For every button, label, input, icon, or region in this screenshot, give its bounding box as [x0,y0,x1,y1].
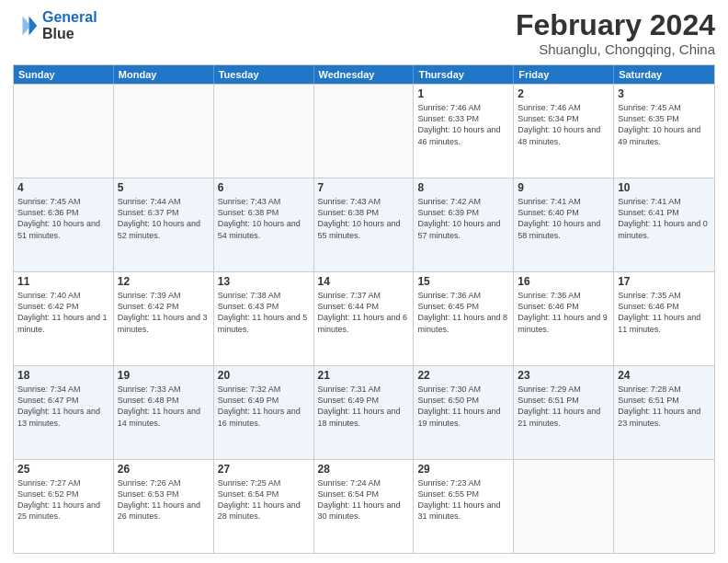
title-block: February 2024 Shuanglu, Chongqing, China [516,9,715,57]
calendar-cell-2-5: 8Sunrise: 7:42 AM Sunset: 6:39 PM Daylig… [414,178,514,271]
cell-sun-info: Sunrise: 7:24 AM Sunset: 6:54 PM Dayligh… [318,477,410,523]
day-number: 10 [618,181,711,194]
header-cell-thursday: Thursday [414,65,514,84]
calendar-week-5: 25Sunrise: 7:27 AM Sunset: 6:52 PM Dayli… [14,459,714,553]
calendar-cell-1-4 [314,85,415,178]
day-number: 23 [518,369,609,382]
calendar-cell-2-3: 6Sunrise: 7:43 AM Sunset: 6:38 PM Daylig… [214,178,314,271]
cell-sun-info: Sunrise: 7:45 AM Sunset: 6:36 PM Dayligh… [17,196,109,241]
day-number: 21 [318,369,410,382]
day-number: 7 [318,181,410,194]
cell-sun-info: Sunrise: 7:27 AM Sunset: 6:52 PM Dayligh… [17,477,109,523]
day-number: 15 [417,275,509,288]
day-number: 26 [118,463,210,476]
calendar-cell-3-7: 17Sunrise: 7:35 AM Sunset: 6:46 PM Dayli… [614,272,714,365]
cell-sun-info: Sunrise: 7:31 AM Sunset: 6:49 PM Dayligh… [318,384,410,429]
logo-line2: Blue [42,26,97,42]
cell-sun-info: Sunrise: 7:43 AM Sunset: 6:38 PM Dayligh… [218,196,310,241]
calendar-cell-4-5: 22Sunrise: 7:30 AM Sunset: 6:50 PM Dayli… [414,366,514,459]
calendar-week-4: 18Sunrise: 7:34 AM Sunset: 6:47 PM Dayli… [14,365,714,459]
calendar-week-3: 11Sunrise: 7:40 AM Sunset: 6:42 PM Dayli… [14,271,714,365]
cell-sun-info: Sunrise: 7:36 AM Sunset: 6:45 PM Dayligh… [417,290,509,335]
month-title: February 2024 [516,9,715,41]
day-number: 1 [417,87,509,100]
cell-sun-info: Sunrise: 7:40 AM Sunset: 6:42 PM Dayligh… [17,290,109,335]
calendar-cell-2-4: 7Sunrise: 7:43 AM Sunset: 6:38 PM Daylig… [314,178,415,271]
day-number: 11 [17,275,109,288]
page: General Blue February 2024 Shuanglu, Cho… [0,0,728,563]
calendar-cell-1-5: 1Sunrise: 7:46 AM Sunset: 6:33 PM Daylig… [414,85,514,178]
day-number: 6 [218,181,310,194]
cell-sun-info: Sunrise: 7:41 AM Sunset: 6:40 PM Dayligh… [518,196,609,241]
cell-sun-info: Sunrise: 7:32 AM Sunset: 6:49 PM Dayligh… [218,384,310,429]
header-cell-wednesday: Wednesday [314,65,415,84]
calendar-cell-4-1: 18Sunrise: 7:34 AM Sunset: 6:47 PM Dayli… [14,366,114,459]
logo: General Blue [13,9,97,41]
cell-sun-info: Sunrise: 7:36 AM Sunset: 6:46 PM Dayligh… [518,290,609,335]
header-cell-monday: Monday [114,65,214,84]
calendar-header: SundayMondayTuesdayWednesdayThursdayFrid… [14,65,714,84]
day-number: 17 [618,275,711,288]
cell-sun-info: Sunrise: 7:33 AM Sunset: 6:48 PM Dayligh… [118,384,210,429]
day-number: 24 [618,369,711,382]
cell-sun-info: Sunrise: 7:38 AM Sunset: 6:43 PM Dayligh… [218,290,310,335]
calendar-week-1: 1Sunrise: 7:46 AM Sunset: 6:33 PM Daylig… [14,84,714,178]
header-cell-friday: Friday [514,65,614,84]
calendar-week-2: 4Sunrise: 7:45 AM Sunset: 6:36 PM Daylig… [14,178,714,271]
cell-sun-info: Sunrise: 7:46 AM Sunset: 6:34 PM Dayligh… [518,102,609,147]
calendar-cell-5-5: 29Sunrise: 7:23 AM Sunset: 6:55 PM Dayli… [414,460,514,553]
calendar-cell-2-7: 10Sunrise: 7:41 AM Sunset: 6:41 PM Dayli… [614,178,714,271]
day-number: 14 [318,275,410,288]
day-number: 4 [17,181,109,194]
calendar-cell-3-1: 11Sunrise: 7:40 AM Sunset: 6:42 PM Dayli… [14,272,114,365]
calendar-cell-2-6: 9Sunrise: 7:41 AM Sunset: 6:40 PM Daylig… [514,178,614,271]
cell-sun-info: Sunrise: 7:37 AM Sunset: 6:44 PM Dayligh… [318,290,410,335]
day-number: 5 [118,181,210,194]
day-number: 13 [218,275,310,288]
day-number: 29 [417,463,509,476]
calendar-cell-2-1: 4Sunrise: 7:45 AM Sunset: 6:36 PM Daylig… [14,178,114,271]
cell-sun-info: Sunrise: 7:29 AM Sunset: 6:51 PM Dayligh… [518,384,609,429]
cell-sun-info: Sunrise: 7:46 AM Sunset: 6:33 PM Dayligh… [417,102,509,147]
header-cell-sunday: Sunday [14,65,114,84]
calendar-cell-1-6: 2Sunrise: 7:46 AM Sunset: 6:34 PM Daylig… [514,85,614,178]
calendar-cell-4-7: 24Sunrise: 7:28 AM Sunset: 6:51 PM Dayli… [614,366,714,459]
calendar-cell-1-1 [14,85,114,178]
calendar-cell-5-6 [514,460,614,553]
calendar-cell-3-4: 14Sunrise: 7:37 AM Sunset: 6:44 PM Dayli… [314,272,415,365]
location-subtitle: Shuanglu, Chongqing, China [516,41,715,57]
calendar-cell-2-2: 5Sunrise: 7:44 AM Sunset: 6:37 PM Daylig… [114,178,214,271]
cell-sun-info: Sunrise: 7:34 AM Sunset: 6:47 PM Dayligh… [17,384,109,429]
cell-sun-info: Sunrise: 7:25 AM Sunset: 6:54 PM Dayligh… [218,477,310,523]
calendar-cell-4-2: 19Sunrise: 7:33 AM Sunset: 6:48 PM Dayli… [114,366,214,459]
calendar-cell-5-3: 27Sunrise: 7:25 AM Sunset: 6:54 PM Dayli… [214,460,314,553]
calendar-cell-5-4: 28Sunrise: 7:24 AM Sunset: 6:54 PM Dayli… [314,460,415,553]
logo-text: General Blue [42,9,97,41]
calendar-cell-1-2 [114,85,214,178]
logo-icon [13,13,39,39]
calendar-cell-5-1: 25Sunrise: 7:27 AM Sunset: 6:52 PM Dayli… [14,460,114,553]
calendar-cell-4-4: 21Sunrise: 7:31 AM Sunset: 6:49 PM Dayli… [314,366,415,459]
day-number: 2 [518,87,609,100]
cell-sun-info: Sunrise: 7:41 AM Sunset: 6:41 PM Dayligh… [618,196,711,241]
day-number: 3 [618,87,711,100]
day-number: 28 [318,463,410,476]
calendar-cell-4-3: 20Sunrise: 7:32 AM Sunset: 6:49 PM Dayli… [214,366,314,459]
cell-sun-info: Sunrise: 7:44 AM Sunset: 6:37 PM Dayligh… [118,196,210,241]
calendar-cell-3-6: 16Sunrise: 7:36 AM Sunset: 6:46 PM Dayli… [514,272,614,365]
calendar-cell-1-3 [214,85,314,178]
calendar-cell-3-2: 12Sunrise: 7:39 AM Sunset: 6:42 PM Dayli… [114,272,214,365]
cell-sun-info: Sunrise: 7:35 AM Sunset: 6:46 PM Dayligh… [618,290,711,335]
day-number: 20 [218,369,310,382]
header-cell-tuesday: Tuesday [214,65,314,84]
day-number: 25 [17,463,109,476]
calendar-cell-5-2: 26Sunrise: 7:26 AM Sunset: 6:53 PM Dayli… [114,460,214,553]
cell-sun-info: Sunrise: 7:39 AM Sunset: 6:42 PM Dayligh… [118,290,210,335]
cell-sun-info: Sunrise: 7:28 AM Sunset: 6:51 PM Dayligh… [618,384,711,429]
day-number: 22 [417,369,509,382]
calendar-body: 1Sunrise: 7:46 AM Sunset: 6:33 PM Daylig… [14,84,714,553]
day-number: 8 [417,181,509,194]
calendar-cell-4-6: 23Sunrise: 7:29 AM Sunset: 6:51 PM Dayli… [514,366,614,459]
header-cell-saturday: Saturday [614,65,714,84]
day-number: 16 [518,275,609,288]
